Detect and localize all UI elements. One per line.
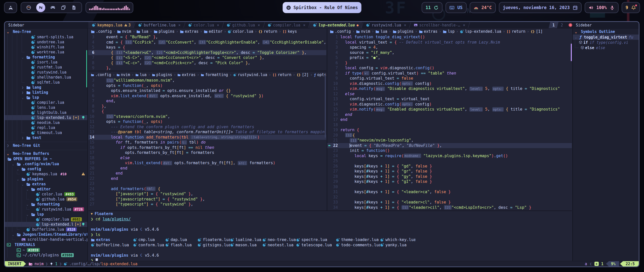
notifications-widget[interactable]: 9 <box>622 2 640 13</box>
tree-item-timeout-lua[interactable]: timeout.lua <box>5 130 87 135</box>
chevron-down-icon[interactable]: ⌄ <box>12 162 17 166</box>
chevron-right-icon[interactable]: ❯ <box>22 91 26 94</box>
breadcrumb-segment[interactable]: .config <box>335 29 351 34</box>
breadcrumb-segment[interactable]: .config <box>96 29 112 34</box>
right-editor-scrollbar[interactable] <box>571 44 572 61</box>
chevron-down-icon[interactable]: ⌄ <box>26 213 31 216</box>
tree-item-rustfmt-lua[interactable]: rustfmt.lua <box>5 65 87 70</box>
tab-number-other[interactable]: 2 <box>558 22 566 28</box>
tree-item-shellharden-lua[interactable]: shellharden.lua <box>5 75 87 80</box>
breadcrumb-segment[interactable]: return <box>278 73 291 77</box>
tab-lsp-extended-lua[interactable]: lsp-extended.lua● <box>309 22 362 28</box>
breadcrumb-segment[interactable]: nvim <box>121 73 130 77</box>
tree-item-lsp[interactable]: ⌄lsp <box>5 212 87 217</box>
dock-item-file[interactable] <box>71 5 77 11</box>
code-line[interactable]: 17end <box>327 117 572 122</box>
tree-item-lightbulb-lua[interactable]: lightbulb.lua <box>5 110 87 115</box>
code-line[interactable]: 13 ---@param tbl table<string, conform.F… <box>88 129 326 135</box>
editor-lsp-extended-lua[interactable]: .config›nvim›lua›plugins›extras›lsp›lsp-… <box>327 28 572 211</box>
code-line[interactable]: 7 local config = vim.diagnostic.config() <box>327 65 572 71</box>
code-line[interactable]: 6 vim.list_extend(dst: opts.ensure_insta… <box>88 93 326 99</box>
tree-item-repl-lua[interactable]: repl.lua <box>5 125 87 130</box>
tree-item-OPEN-BUFFERS-in-~[interactable]: OPEN BUFFERS in ~ <box>5 156 87 161</box>
code-line[interactable]: 26 ["javascriptreact"] = { "rustywind" }… <box>88 197 326 202</box>
tree-item-lsp-extended-lu[interactable]: lsp-extended.lu[+] <box>5 115 87 120</box>
code-line[interactable]: 16 end <box>327 112 572 117</box>
chevron-down-icon[interactable]: ⌄ <box>17 177 21 181</box>
code-line[interactable]: 13 config.virtual_text = virtual_text <box>327 96 572 102</box>
breadcrumb-segment[interactable]: keys <box>288 29 297 34</box>
tree-item-worktree-lua[interactable]: worktree.lua <box>5 50 87 55</box>
tab-close-icon[interactable]: × <box>404 23 406 27</box>
tree-item-Juegos-Indies-SteamLibrary-st[interactable]: ⌄Juegos/Indies/SteamLibrary/st <box>5 232 87 237</box>
code-line[interactable]: 22 end <box>88 176 326 181</box>
code-line[interactable]: 15 for ft, formatters in pairs(t: tbl) d… <box>88 140 326 145</box>
code-line[interactable]: 26 keys[#keys + 1] = { "gd", false } <box>327 164 572 169</box>
tab-bufferline-lua[interactable]: bufferline.lua× <box>135 22 184 28</box>
chevron-down-icon[interactable]: ⌄ <box>22 96 26 99</box>
breadcrumb-segment[interactable]: extras <box>182 73 195 77</box>
code-line[interactable]: 9 config.virtual_text = false <box>327 76 572 81</box>
tab-close-icon[interactable]: × <box>217 23 219 27</box>
tree-item-scrollbar-handle-vertical-p[interactable]: scrollbar-handle-vertical.p <box>5 237 87 242</box>
tree-item-github-lua[interactable]: github.lua#654 <box>5 197 87 202</box>
code-line[interactable]: 14 vim.diagnostic.config(opts: config) <box>327 102 572 107</box>
tab-compiler-lua[interactable]: compiler.lua× <box>264 22 309 28</box>
code-line[interactable]: 23 init = function() <box>327 148 572 153</box>
code-line[interactable]: 18 <box>327 122 572 128</box>
code-line[interactable]: 9 }, <box>88 65 326 71</box>
code-line[interactable]: 8 }, <box>88 104 326 109</box>
code-line[interactable]: 7 end, <box>88 98 326 104</box>
tab-close-icon[interactable]: × <box>463 23 465 27</box>
code-line[interactable]: 4 source = "if_many", <box>327 50 572 55</box>
audio-widget[interactable]: 100% <box>585 2 619 13</box>
chevron-down-icon[interactable]: ⌄ <box>26 202 31 206</box>
code-line[interactable]: 31 keys[#keys + 1] = { "<leader>ca", fal… <box>327 189 572 195</box>
code-line[interactable]: 3 event = { "BufRead" }, <box>88 35 326 40</box>
editor-color-lua[interactable]: .config›nvim›lua›plugins›extras›editor›c… <box>88 28 326 71</box>
code-line[interactable]: 18 else <box>88 155 326 161</box>
chevron-down-icon[interactable]: ⌄ <box>12 233 17 236</box>
section-header-neo-tree-git[interactable]: ❯Neo-Tree Git <box>5 142 87 148</box>
code-line[interactable]: 24 local keys = require(modname: "lazyvi… <box>327 153 572 159</box>
tree-item-compiler-lua[interactable]: compiler.lua#682 <box>5 217 87 222</box>
breadcrumb-segment[interactable]: lua <box>141 29 148 34</box>
code-line[interactable]: 11 vim.notify(msg: "Disable diagnostics … <box>327 86 572 91</box>
terminal-line[interactable]: ❯ cd lua/plugins/ <box>88 217 572 222</box>
code-line[interactable]: 10 [1]"stevearc/conform.nvim", <box>88 114 326 119</box>
code-line[interactable]: 21 end <box>88 171 326 176</box>
dock-item-windows[interactable] <box>60 5 66 11</box>
code-line[interactable]: 28 keys[#keys + 1] = { "gy", false } <box>327 174 572 179</box>
left-bottom-editor-scrollbar[interactable] <box>325 75 326 138</box>
tab-keymaps-lua[interactable]: keymaps.lua3 <box>88 22 134 28</box>
tree-item-~[interactable]: ~#2859 <box>5 248 87 253</box>
terminal-line[interactable] <box>88 222 572 227</box>
breadcrumb-segment[interactable]: [1] <box>536 29 543 34</box>
code-line[interactable]: 12 --- Extend the conform plugin config … <box>88 124 326 130</box>
code-line[interactable]: 15 vim.notify(msg: "Enabled diagnostics … <box>327 107 572 112</box>
outline-header[interactable]: ⌄ Symbols Outline <box>573 29 639 35</box>
breadcrumb-segment[interactable]: return <box>264 29 277 34</box>
section-header-neo-tree-buffers[interactable]: ⌄Neo-Tree Buffers <box>5 150 87 156</box>
code-line[interactable]: 24 add_formatters(tbl: { <box>88 186 326 192</box>
chevron-right-icon[interactable]: ❯ <box>22 86 26 89</box>
terminal-line[interactable]: nvim/lua/plugins via ☾ v5.4.6 <box>88 227 572 232</box>
code-line[interactable]: 27 ["typescript"] = { "rustywind" }, <box>88 202 326 207</box>
tree-item-sqlfmt-lua[interactable]: sqlfmt.lua <box>5 80 87 85</box>
code-line[interactable]: 5 prefix = "●", <box>327 55 572 60</box>
code-line[interactable]: 8 if type(v: config.virtual_text) == "ta… <box>327 71 572 76</box>
breadcrumb-segment[interactable]: editor <box>209 29 222 34</box>
code-line[interactable]: 25 <box>327 158 572 164</box>
tree-item-plugins[interactable]: ⌄plugins <box>5 177 87 182</box>
tab-number-current[interactable]: 1 <box>549 22 558 28</box>
code-line[interactable]: 17 opts.formatters_by_ft[ft] = formatter… <box>88 150 326 155</box>
editor-rustywind-lua[interactable]: .config›nvim›lua›plugins›extras›formatti… <box>88 72 326 211</box>
code-line[interactable]: 8 { [1]"<C-c>", [2]"<cmd>CccPick<cr>", d… <box>88 60 326 66</box>
terminal-line[interactable]: ❯ ls <box>88 232 572 237</box>
tree-item-rustywind-lua[interactable]: rustywind.lua#726 <box>5 207 87 212</box>
tree-item-undotree-lua[interactable]: undotree.lua <box>5 40 87 45</box>
breadcrumb-segment[interactable]: extras <box>424 29 437 34</box>
tree-item-test[interactable]: ❯test <box>5 135 87 140</box>
code-line[interactable]: 6 } <box>327 60 572 66</box>
breadcrumb-segment[interactable]: [2] <box>302 73 309 77</box>
